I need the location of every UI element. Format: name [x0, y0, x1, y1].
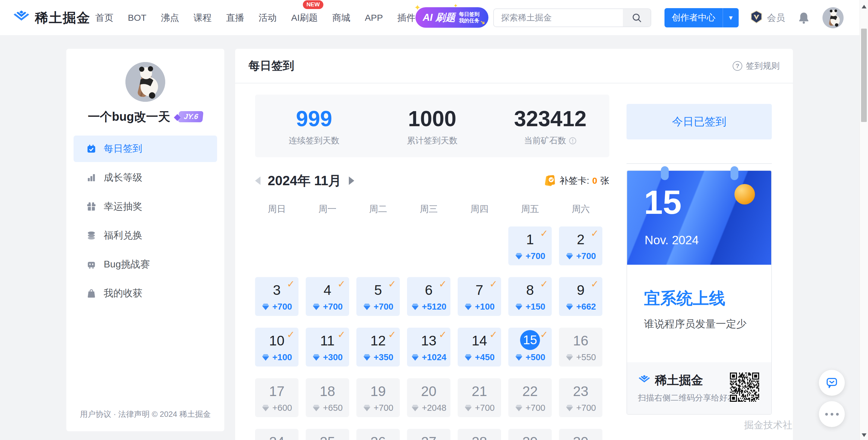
day-cell-5[interactable]: ✓5+700: [356, 277, 400, 316]
scrollbar-thumb[interactable]: [861, 29, 867, 122]
day-cell-22[interactable]: 22+700: [508, 378, 552, 417]
day-cell-25[interactable]: 25: [306, 429, 349, 440]
nav-item-1[interactable]: BOT: [121, 13, 154, 23]
day-cell-20[interactable]: 20+2048: [407, 378, 451, 417]
sidebar-item-1[interactable]: 成长等级: [73, 164, 217, 191]
day-cell-17[interactable]: 17+600: [255, 378, 299, 417]
vip-member-link[interactable]: 会员: [749, 0, 785, 36]
sidebar-item-0[interactable]: 每日签到: [73, 136, 217, 162]
rock-icon: [261, 404, 270, 412]
day-cell-3[interactable]: ✓3+700: [255, 277, 299, 316]
sidebar-footer-links[interactable]: 用户协议 · 法律声明 © 2024 稀土掘金: [66, 409, 224, 419]
nav-menu: 首页BOT沸点课程直播活动AI刷题NEW商城APP插件: [88, 0, 423, 36]
sidebar-item-5[interactable]: 我的收获: [73, 280, 217, 307]
ai-quiz-promo-banner[interactable]: ✦ ✦ AI 刷题 每日签到我的任务 ➜: [415, 7, 489, 28]
day-number: 18: [319, 383, 335, 400]
profile-avatar[interactable]: [125, 62, 165, 102]
day-cell-11[interactable]: ✓11+300: [306, 328, 349, 367]
day-reward: +650: [306, 403, 349, 413]
rock-icon: [464, 404, 472, 412]
day-cell-26[interactable]: 26: [356, 429, 400, 440]
day-number: 23: [573, 383, 588, 400]
month-label: 2024年 11月: [268, 172, 342, 190]
day-cell-24[interactable]: 24: [255, 429, 299, 440]
day-cell-28[interactable]: 28: [458, 429, 501, 440]
sidebar-item-2[interactable]: 幸运抽奖: [73, 193, 217, 220]
day-cell-27[interactable]: 27: [407, 429, 451, 440]
weekday-row: 周日周一周二周三周四周五周六: [255, 203, 602, 215]
nav-item-2[interactable]: 沸点: [154, 12, 186, 24]
day-cell-19[interactable]: 19+700: [356, 378, 400, 417]
sidebar-item-3[interactable]: 福利兑换: [73, 222, 217, 249]
sparkle-icon: ✦: [454, 2, 458, 9]
nav-item-4[interactable]: 直播: [219, 12, 251, 24]
day-cell-21[interactable]: 21+700: [458, 378, 501, 417]
day-number: 30: [573, 434, 588, 440]
day-cell-15[interactable]: ✓15+500: [508, 328, 552, 367]
scroll-up-icon[interactable]: [862, 5, 867, 8]
signed-in-today-button[interactable]: 今日已签到: [626, 104, 772, 139]
bell-icon: [797, 11, 810, 24]
nav-item-3[interactable]: 课程: [186, 12, 219, 24]
day-number: 8: [526, 282, 534, 299]
check-icon: ✓: [439, 329, 447, 340]
prev-month-button[interactable]: [255, 176, 260, 185]
day-number: 3: [273, 282, 281, 299]
rock-icon: [515, 404, 523, 412]
promo-title: AI 刷题: [423, 11, 455, 24]
stat-0: 999连续签到天数: [255, 105, 373, 146]
nav-item-0[interactable]: 首页: [88, 12, 121, 24]
nav-item-8[interactable]: APP: [358, 13, 390, 23]
nav-item-5[interactable]: 活动: [251, 12, 284, 24]
day-cell-16[interactable]: 16+550: [559, 328, 602, 367]
gem-icon: [363, 303, 371, 311]
notifications-button[interactable]: [797, 0, 810, 36]
day-number: 17: [269, 383, 284, 400]
creator-center-button[interactable]: 创作者中心 ▼: [664, 8, 739, 27]
day-cell-4[interactable]: ✓4+700: [306, 277, 349, 316]
main-content: 每日签到 ? 签到规则 999连续签到天数1000累计签到天数323412当前矿…: [235, 49, 793, 440]
resign-card-counter[interactable]: 补签卡: 0 张: [544, 174, 609, 187]
day-cell-1[interactable]: ✓1+700: [508, 227, 552, 265]
more-actions-button[interactable]: [819, 401, 845, 427]
signin-rules-link[interactable]: ? 签到规则: [733, 60, 780, 72]
day-cell-7[interactable]: ✓7+100: [458, 277, 501, 316]
juejin-logo-icon: [638, 375, 651, 386]
day-cell-2[interactable]: ✓2+700: [559, 227, 602, 265]
sidebar-item-4[interactable]: Bug挑战赛: [73, 251, 217, 278]
caret-down-icon[interactable]: ▼: [723, 14, 739, 22]
nav-item-7[interactable]: 商城: [325, 12, 358, 24]
gift-icon: [86, 201, 96, 212]
day-reward: +700: [559, 251, 602, 261]
next-month-button[interactable]: [349, 176, 354, 185]
day-cell-6[interactable]: ✓6+5120: [407, 277, 451, 316]
day-cell-9[interactable]: ✓9+662: [559, 277, 602, 316]
user-avatar[interactable]: [823, 7, 844, 28]
day-reward: +662: [559, 302, 602, 312]
nav-item-6[interactable]: AI刷题NEW: [284, 12, 325, 24]
day-number: 24: [269, 434, 284, 440]
day-cell-30[interactable]: 30: [559, 429, 602, 440]
juejin-logo[interactable]: 稀土掘金: [13, 0, 90, 36]
day-number: 12: [370, 333, 385, 349]
level-badge[interactable]: ◆ JY.6: [174, 111, 203, 122]
search-input[interactable]: [494, 9, 623, 27]
gem-icon: [515, 353, 523, 362]
day-cell-18[interactable]: 18+650: [306, 378, 349, 417]
day-cell-23[interactable]: 23+700: [559, 378, 602, 417]
gem-icon: [312, 353, 320, 362]
promo-subtitle: 每日签到我的任务: [459, 11, 479, 24]
day-cell-8[interactable]: ✓8+150: [508, 277, 552, 316]
day-cell-14[interactable]: ✓14+450: [458, 328, 501, 367]
scroll-down-icon[interactable]: [862, 433, 867, 437]
day-reward: +700: [458, 403, 501, 413]
day-cell-29[interactable]: 29: [508, 429, 552, 440]
weekday-label: 周四: [458, 203, 501, 215]
day-cell-12[interactable]: ✓12+350: [356, 328, 400, 367]
day-cell-10[interactable]: ✓10+100: [255, 328, 299, 367]
sidebar-menu: 每日签到成长等级幸运抽奖福利兑换Bug挑战赛我的收获: [66, 136, 224, 309]
day-cell-13[interactable]: ✓13+1024: [407, 328, 451, 367]
stat-value: 323412: [491, 108, 609, 130]
search-button[interactable]: [623, 9, 651, 27]
feedback-button[interactable]: [819, 370, 845, 396]
